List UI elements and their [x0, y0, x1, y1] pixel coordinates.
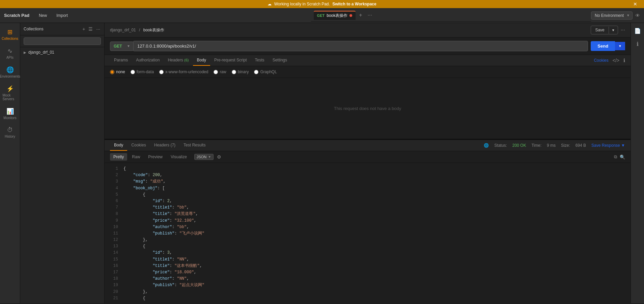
new-tab-button[interactable]: + — [357, 11, 364, 19]
save-dropdown-button[interactable]: ▼ — [609, 27, 618, 34]
mock-servers-icon: ⚡ — [6, 85, 14, 92]
sidebar-item-collections[interactable]: ⊞ Collections — [1, 26, 19, 43]
tab-settings[interactable]: Settings — [269, 55, 291, 66]
filter-icon[interactable]: ⚙ — [217, 154, 221, 160]
save-button[interactable]: Save — [591, 26, 608, 34]
body-option-form-data[interactable]: form-data — [131, 70, 154, 74]
banner-link[interactable]: Switch to a Workspace — [332, 2, 376, 6]
breadcrumb: django_drf_01 / book表操作 — [110, 27, 164, 33]
panel-info-icon[interactable]: ℹ — [635, 39, 641, 49]
more-tabs-button[interactable]: ··· — [366, 11, 374, 19]
method-wrapper: GET POST PUT DELETE PATCH ▼ — [110, 42, 130, 51]
time-value: 9 ms — [547, 143, 556, 148]
format-type-selector[interactable]: JSON XML HTML Text ▼ — [194, 154, 214, 160]
search-input[interactable] — [24, 37, 101, 45]
code-line: 16 "title": "这本书很酷", — [110, 263, 625, 269]
save-response-button[interactable]: Save Response ▼ — [591, 143, 625, 148]
request-tab[interactable]: GET book表操作 — [314, 11, 356, 20]
code-line: 7 "title1": "bb", — [110, 204, 625, 211]
sidebar-item-label: Environments — [0, 75, 20, 78]
body-option-binary[interactable]: binary — [232, 70, 249, 74]
resp-tab-headers[interactable]: Headers (7) — [150, 140, 179, 151]
code-line: 13 { — [110, 243, 625, 250]
sidebar-item-label: History — [5, 135, 15, 138]
request-actions: Save ▼ ··· — [591, 26, 625, 34]
import-button[interactable]: Import — [54, 12, 71, 19]
sidebar-item-apis[interactable]: ∿ APIs — [1, 45, 19, 62]
resp-tab-cookies[interactable]: Cookies — [127, 140, 150, 151]
time-label: Time: — [531, 143, 541, 148]
response-status-bar: 🌐 Status: 200 OK Time: 9 ms Size: 694 B … — [484, 143, 625, 148]
response-tabs: Body Cookies Headers (7) Test Results 🌐 … — [105, 140, 631, 151]
sidebar-item-monitors[interactable]: 📊 Monitors — [1, 105, 19, 122]
code-icon[interactable]: </> — [613, 58, 619, 63]
code-line: 20 }, — [110, 289, 625, 295]
cookies-link[interactable]: Cookies — [594, 58, 608, 63]
collections-panel-header: Collections + ☰ ··· — [20, 23, 104, 35]
sidebar-item-label: Monitors — [3, 116, 16, 120]
document-icon[interactable]: 📄 — [632, 26, 643, 36]
tab-pre-request-script[interactable]: Pre-request Script — [210, 55, 251, 66]
search-response-button[interactable]: 🔍 — [620, 155, 625, 160]
more-options-button[interactable]: ··· — [95, 26, 101, 32]
chevron-down-icon: ▼ — [208, 155, 211, 159]
history-icon: ⏱ — [7, 127, 13, 134]
copy-response-button[interactable]: ⧉ — [614, 154, 617, 160]
add-collection-button[interactable]: + — [82, 26, 86, 32]
format-tab-preview[interactable]: Preview — [145, 153, 166, 161]
info-icon[interactable]: ℹ — [623, 58, 625, 63]
sidebar-item-mock-servers[interactable]: ⚡ Mock Servers — [1, 82, 19, 104]
size-value: 694 B — [576, 143, 586, 148]
tab-body[interactable]: Body — [193, 55, 210, 66]
environments-icon: 🌐 — [6, 66, 14, 74]
eye-icon[interactable]: 👁 — [635, 13, 640, 18]
format-tab-raw[interactable]: Raw — [129, 153, 143, 161]
code-line: 9 "price": "32.100", — [110, 218, 625, 224]
request-tabs: Params Authorization Headers (6) Body Pr… — [105, 55, 631, 66]
env-select[interactable]: No Environment — [591, 11, 633, 20]
monitors-icon: 📊 — [6, 108, 14, 115]
resp-tab-body[interactable]: Body — [110, 140, 127, 151]
tab-params[interactable]: Params — [110, 55, 132, 66]
resp-tab-test-results[interactable]: Test Results — [179, 140, 209, 151]
sidebar: ⊞ Collections ∿ APIs 🌐 Environments ⚡ Mo… — [0, 23, 20, 303]
tab-headers[interactable]: Headers (6) — [164, 55, 193, 66]
sidebar-item-environments[interactable]: 🌐 Environments — [1, 63, 19, 81]
format-tab-pretty[interactable]: Pretty — [110, 153, 127, 161]
code-line: 12 }, — [110, 237, 625, 243]
chevron-right-icon: ▶ — [24, 51, 26, 54]
code-viewer: 1 { 2 "code": 200, 3 "msg": "成功", 4 "b — [105, 163, 631, 303]
method-select[interactable]: GET POST PUT DELETE PATCH — [110, 42, 134, 51]
code-line: 14 "id": 3, — [110, 250, 625, 256]
environment-selector: No Environment ▼ 👁 — [591, 11, 640, 20]
format-select[interactable]: JSON XML HTML Text — [197, 155, 207, 159]
sidebar-item-history[interactable]: ⏱ History — [1, 124, 19, 141]
env-dropdown-wrapper[interactable]: No Environment ▼ — [591, 11, 633, 20]
globe-icon: 🌐 — [484, 143, 489, 148]
tab-authorization[interactable]: Authorization — [132, 55, 164, 66]
collection-item[interactable]: ▶ django_drf_01 — [20, 47, 104, 57]
send-button[interactable]: Send — [591, 41, 615, 51]
body-option-none[interactable]: none — [110, 70, 125, 74]
send-dropdown-button[interactable]: ▼ — [615, 42, 625, 50]
request-title-bar: django_drf_01 / book表操作 Save ▼ ··· — [105, 23, 631, 37]
breadcrumb-separator: / — [139, 28, 141, 32]
filter-collections-button[interactable]: ☰ — [88, 26, 93, 32]
sidebar-item-label: Mock Servers — [3, 93, 18, 101]
close-icon[interactable]: ✕ — [633, 1, 637, 7]
code-line: 4 "book_obj": [ — [110, 185, 625, 192]
response-area: Body Cookies Headers (7) Test Results 🌐 … — [105, 140, 631, 303]
body-option-urlencoded[interactable]: x-www-form-urlencoded — [159, 70, 208, 74]
format-tab-visualize[interactable]: Visualize — [167, 153, 190, 161]
code-line: 3 "msg": "成功", — [110, 178, 625, 185]
new-button[interactable]: New — [36, 12, 50, 19]
url-bar: GET POST PUT DELETE PATCH ▼ Send ▼ — [105, 37, 631, 55]
tab-tests[interactable]: Tests — [251, 55, 269, 66]
code-line: 18 "author": "NN", — [110, 276, 625, 282]
code-line: 6 "id": 2, — [110, 198, 625, 204]
request-more-options-button[interactable]: ··· — [621, 27, 625, 33]
body-option-raw[interactable]: raw — [214, 70, 226, 74]
code-line: 21 { — [110, 295, 625, 302]
url-input[interactable] — [133, 41, 588, 51]
body-option-graphql[interactable]: GraphQL — [254, 70, 277, 74]
